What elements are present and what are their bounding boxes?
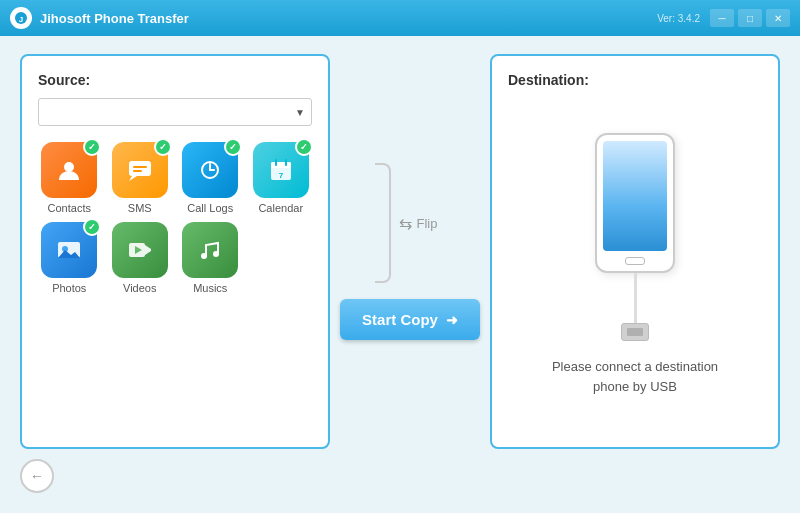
calllogs-icon-box: ✓ bbox=[182, 142, 238, 198]
icons-row-2: ✓ Photos Videos bbox=[38, 222, 312, 294]
list-item[interactable]: Musics bbox=[179, 222, 242, 294]
check-badge: ✓ bbox=[83, 218, 101, 236]
svg-rect-3 bbox=[129, 161, 151, 176]
source-panel: Source: ▼ ✓ Contacts bbox=[20, 54, 330, 449]
main-content: Source: ▼ ✓ Contacts bbox=[0, 36, 800, 513]
videos-icon-box bbox=[112, 222, 168, 278]
usb-inner bbox=[627, 328, 643, 336]
phone-home-button bbox=[625, 257, 645, 265]
musics-label: Musics bbox=[193, 282, 227, 294]
svg-marker-20 bbox=[145, 245, 151, 255]
videos-label: Videos bbox=[123, 282, 156, 294]
list-item[interactable]: 7 ✓ Calendar bbox=[250, 142, 313, 214]
source-label: Source: bbox=[38, 72, 312, 88]
cable-line bbox=[634, 273, 637, 323]
bracket-connector bbox=[375, 163, 391, 283]
svg-point-22 bbox=[201, 253, 207, 259]
list-item[interactable]: ✓ SMS bbox=[109, 142, 172, 214]
calendar-label: Calendar bbox=[258, 202, 303, 214]
flip-button[interactable]: ⇆ Flip bbox=[391, 210, 446, 237]
svg-rect-12 bbox=[271, 166, 291, 168]
svg-rect-5 bbox=[133, 166, 147, 168]
source-dropdown[interactable]: ▼ bbox=[38, 98, 312, 126]
phone-body bbox=[595, 133, 675, 273]
minimize-button[interactable]: ─ bbox=[710, 9, 734, 27]
svg-rect-6 bbox=[133, 170, 142, 172]
chevron-down-icon: ▼ bbox=[295, 107, 305, 118]
usb-connector bbox=[621, 323, 649, 341]
flip-arrows-icon: ⇆ bbox=[399, 214, 412, 233]
destination-content: Please connect a destinationphone by USB bbox=[508, 98, 762, 431]
empty-cell bbox=[250, 222, 313, 294]
app-version: Ver: 3.4.2 bbox=[657, 13, 700, 24]
destination-message: Please connect a destinationphone by USB bbox=[552, 357, 718, 396]
svg-marker-4 bbox=[129, 176, 137, 181]
bottom-bar: ← bbox=[20, 449, 780, 495]
phone-home bbox=[597, 255, 673, 267]
photos-icon-box: ✓ bbox=[41, 222, 97, 278]
close-button[interactable]: ✕ bbox=[766, 9, 790, 27]
app-logo: J bbox=[10, 7, 32, 29]
destination-panel: Destination: Pl bbox=[490, 54, 780, 449]
list-item[interactable]: ✓ Photos bbox=[38, 222, 101, 294]
photos-label: Photos bbox=[52, 282, 86, 294]
panels-container: Source: ▼ ✓ Contacts bbox=[20, 54, 780, 449]
list-item[interactable]: Videos bbox=[109, 222, 172, 294]
list-item[interactable]: ✓ Contacts bbox=[38, 142, 101, 214]
bracket-flip-group: ⇆ Flip bbox=[375, 163, 446, 283]
start-copy-button[interactable]: Start Copy ➜ bbox=[340, 299, 480, 340]
calllogs-label: Call Logs bbox=[187, 202, 233, 214]
titlebar: J Jihosoft Phone Transfer Ver: 3.4.2 ─ □… bbox=[0, 0, 800, 36]
app-title: Jihosoft Phone Transfer bbox=[40, 11, 657, 26]
musics-icon-box bbox=[182, 222, 238, 278]
back-button[interactable]: ← bbox=[20, 459, 54, 493]
svg-point-2 bbox=[64, 162, 74, 172]
contacts-label: Contacts bbox=[48, 202, 91, 214]
check-badge: ✓ bbox=[83, 138, 101, 156]
check-badge: ✓ bbox=[295, 138, 313, 156]
icons-row-1: ✓ Contacts ✓ SMS bbox=[38, 142, 312, 214]
phone-screen bbox=[603, 141, 667, 251]
back-arrow-icon: ← bbox=[30, 468, 44, 484]
contacts-icon-box: ✓ bbox=[41, 142, 97, 198]
calendar-icon-box: 7 ✓ bbox=[253, 142, 309, 198]
arrow-right-icon: ➜ bbox=[446, 312, 458, 328]
sms-label: SMS bbox=[128, 202, 152, 214]
svg-text:7: 7 bbox=[279, 171, 284, 180]
phone-illustration bbox=[595, 133, 675, 341]
svg-point-23 bbox=[213, 251, 219, 257]
check-badge: ✓ bbox=[154, 138, 172, 156]
check-badge: ✓ bbox=[224, 138, 242, 156]
middle-section: ⇆ Flip Start Copy ➜ bbox=[330, 54, 490, 449]
maximize-button[interactable]: □ bbox=[738, 9, 762, 27]
svg-text:J: J bbox=[19, 15, 23, 24]
window-controls: ─ □ ✕ bbox=[710, 9, 790, 27]
usb-cable bbox=[621, 273, 649, 341]
destination-label: Destination: bbox=[508, 72, 762, 88]
list-item[interactable]: ✓ Call Logs bbox=[179, 142, 242, 214]
sms-icon-box: ✓ bbox=[112, 142, 168, 198]
